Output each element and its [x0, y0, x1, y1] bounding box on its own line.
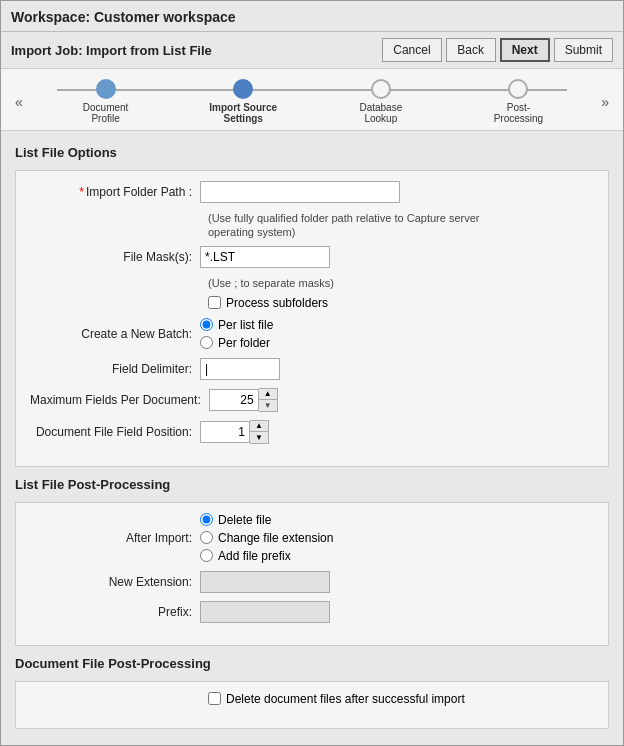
post-processing-form: After Import: Delete file Change file ex…	[15, 502, 609, 646]
next-button[interactable]: Next	[500, 38, 550, 62]
toolbar: Import Job: Import from List File Cancel…	[1, 32, 623, 69]
delete-file-radio[interactable]	[200, 513, 213, 526]
per-list-file-radio[interactable]	[200, 318, 213, 331]
step-doc-profile[interactable]: Document Profile	[37, 79, 175, 124]
step-circle-db-lookup	[371, 79, 391, 99]
doc-file-pos-down-button[interactable]: ▼	[250, 432, 268, 443]
step-circle-doc-profile	[96, 79, 116, 99]
per-list-file-label: Per list file	[218, 318, 273, 332]
doc-file-pos-spinners: ▲ ▼	[250, 420, 269, 444]
max-fields-control: ▲ ▼	[209, 388, 594, 412]
import-folder-control	[200, 181, 594, 203]
list-file-options-form: *Import Folder Path : (Use fully qualifi…	[15, 170, 609, 467]
step-circle-post-processing	[508, 79, 528, 99]
new-extension-row: New Extension:	[30, 571, 594, 593]
create-batch-row: Create a New Batch: Per list file Per fo…	[30, 318, 594, 350]
content-area: List File Options *Import Folder Path : …	[1, 131, 623, 739]
delete-docs-label: Delete document files after successful i…	[226, 692, 465, 706]
create-batch-label: Create a New Batch:	[30, 324, 200, 344]
change-extension-item: Change file extension	[200, 531, 594, 545]
import-folder-input[interactable]	[200, 181, 400, 203]
new-extension-control	[200, 571, 594, 593]
delete-file-label: Delete file	[218, 513, 271, 527]
step-label-post-processing: Post-Processing	[483, 102, 553, 124]
file-masks-label: File Mask(s):	[30, 247, 200, 267]
prefix-control	[200, 601, 594, 623]
file-masks-hint: (Use ; to separate masks)	[208, 276, 528, 290]
doc-post-form: Delete document files after successful i…	[15, 681, 609, 729]
field-delimiter-label: Field Delimiter:	[30, 359, 200, 379]
process-subfolders-checkbox[interactable]	[208, 296, 221, 309]
change-extension-radio[interactable]	[200, 531, 213, 544]
step-import-source[interactable]: Import Source Settings	[174, 79, 312, 124]
per-folder-item: Per folder	[200, 336, 594, 350]
submit-button[interactable]: Submit	[554, 38, 613, 62]
prefix-input[interactable]	[200, 601, 330, 623]
wizard-next-arrow[interactable]: »	[597, 94, 613, 110]
per-folder-radio[interactable]	[200, 336, 213, 349]
toolbar-buttons: Cancel Back Next Submit	[382, 38, 613, 62]
step-circle-import-source	[233, 79, 253, 99]
step-db-lookup[interactable]: Database Lookup	[312, 79, 450, 124]
create-batch-control: Per list file Per folder	[200, 318, 594, 350]
post-processing-title: List File Post-Processing	[15, 477, 609, 492]
doc-post-title: Document File Post-Processing	[15, 656, 609, 671]
step-label-import-source: Import Source Settings	[208, 102, 278, 124]
list-file-options-title: List File Options	[15, 145, 609, 160]
max-fields-spinners: ▲ ▼	[259, 388, 278, 412]
add-prefix-label: Add file prefix	[218, 549, 291, 563]
main-window: Workspace: Customer workspace Import Job…	[0, 0, 624, 746]
file-masks-control	[200, 246, 594, 268]
delete-file-item: Delete file	[200, 513, 594, 527]
add-prefix-item: Add file prefix	[200, 549, 594, 563]
new-extension-input[interactable]	[200, 571, 330, 593]
doc-file-pos-control: ▲ ▼	[200, 420, 594, 444]
field-delimiter-row: Field Delimiter:	[30, 358, 594, 380]
change-extension-label: Change file extension	[218, 531, 333, 545]
file-masks-input[interactable]	[200, 246, 330, 268]
job-title: Import Job: Import from List File	[11, 43, 212, 58]
after-import-label: After Import:	[30, 528, 200, 548]
wizard-prev-arrow[interactable]: «	[11, 94, 27, 110]
file-masks-row: File Mask(s):	[30, 246, 594, 268]
field-delimiter-input[interactable]	[200, 358, 280, 380]
step-post-processing[interactable]: Post-Processing	[450, 79, 588, 124]
new-extension-label: New Extension:	[30, 572, 200, 592]
required-star: *	[79, 185, 84, 199]
process-subfolders-label: Process subfolders	[226, 296, 328, 310]
window-title: Workspace: Customer workspace	[11, 9, 613, 25]
prefix-row: Prefix:	[30, 601, 594, 623]
per-list-file-item: Per list file	[200, 318, 594, 332]
doc-file-pos-input[interactable]	[200, 421, 250, 443]
step-label-doc-profile: Document Profile	[71, 102, 141, 124]
delete-docs-row: Delete document files after successful i…	[208, 692, 594, 706]
doc-file-pos-label: Document File Field Position:	[30, 422, 200, 442]
per-folder-label: Per folder	[218, 336, 270, 350]
max-fields-row: Maximum Fields Per Document: ▲ ▼	[30, 388, 594, 412]
max-fields-down-button[interactable]: ▼	[259, 400, 277, 411]
max-fields-up-button[interactable]: ▲	[259, 389, 277, 400]
import-folder-hint: (Use fully qualified folder path relativ…	[208, 211, 528, 240]
field-delimiter-control	[200, 358, 594, 380]
cancel-button[interactable]: Cancel	[382, 38, 441, 62]
delete-docs-checkbox[interactable]	[208, 692, 221, 705]
max-fields-label: Maximum Fields Per Document:	[30, 390, 209, 410]
step-label-db-lookup: Database Lookup	[346, 102, 416, 124]
doc-file-pos-up-button[interactable]: ▲	[250, 421, 268, 432]
back-button[interactable]: Back	[446, 38, 496, 62]
prefix-label: Prefix:	[30, 602, 200, 622]
process-subfolders-row: Process subfolders	[208, 296, 594, 310]
import-folder-label: *Import Folder Path :	[30, 182, 200, 202]
import-folder-row: *Import Folder Path :	[30, 181, 594, 203]
steps-track: Document Profile Import Source Settings …	[27, 79, 597, 124]
add-prefix-radio[interactable]	[200, 549, 213, 562]
title-bar: Workspace: Customer workspace	[1, 1, 623, 32]
after-import-control: Delete file Change file extension Add fi…	[200, 513, 594, 563]
doc-file-pos-row: Document File Field Position: ▲ ▼	[30, 420, 594, 444]
wizard-steps: « Document Profile Import Source Setting…	[1, 69, 623, 131]
max-fields-input[interactable]	[209, 389, 259, 411]
after-import-row: After Import: Delete file Change file ex…	[30, 513, 594, 563]
